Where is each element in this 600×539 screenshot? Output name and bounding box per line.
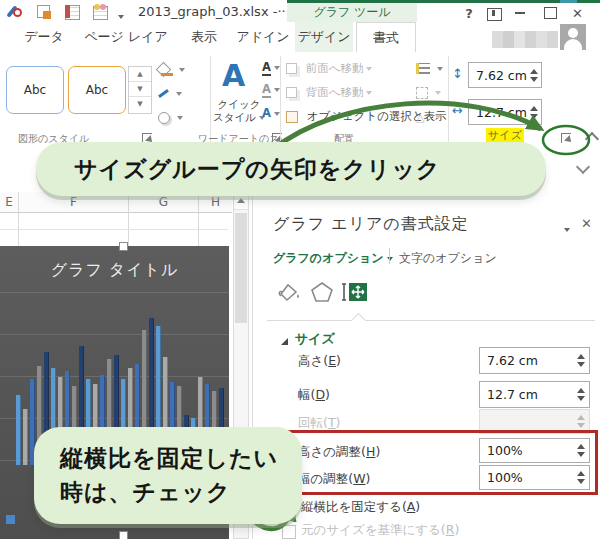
shape-fill-button[interactable] bbox=[158, 62, 185, 76]
pane-height-up-icon[interactable] bbox=[577, 354, 585, 359]
callout-size-launcher: サイズグループの矢印をクリック bbox=[36, 142, 546, 196]
collapse-ribbon-icon[interactable] bbox=[585, 132, 599, 146]
shape-height-spinner[interactable]: 7.62 cm bbox=[468, 62, 542, 88]
shape-width-icon: ↔ bbox=[452, 103, 463, 118]
shape-outline-button[interactable] bbox=[158, 86, 182, 100]
shape-width-spinner[interactable]: 12.7 cm bbox=[468, 99, 542, 125]
pane-tab-chart-options[interactable]: グラフのオプション bbox=[273, 250, 393, 267]
width-up-icon[interactable] bbox=[530, 106, 538, 111]
tab-addins[interactable]: アドイン bbox=[234, 22, 292, 52]
pane-width-spinner[interactable]: 12.7 cm bbox=[479, 381, 590, 408]
shape-height-icon: ↕ bbox=[452, 66, 463, 81]
shape-style-preset-2[interactable]: Abc bbox=[68, 66, 126, 114]
formula-bar-expand-icon[interactable] bbox=[576, 160, 590, 174]
tab-page-layout[interactable]: ページ レイアウト bbox=[78, 22, 174, 52]
group-button[interactable] bbox=[416, 85, 441, 99]
quick-styles-big-a[interactable]: A bbox=[222, 58, 245, 93]
pane-close-icon[interactable]: ✕ bbox=[581, 216, 592, 231]
bring-forward-icon bbox=[286, 63, 297, 74]
size-properties-icon-selected[interactable] bbox=[341, 280, 369, 307]
ink-pen-disabled-icon[interactable] bbox=[8, 4, 26, 20]
gallery-up-icon[interactable]: ▲ bbox=[129, 67, 151, 82]
lock-aspect-ratio-label[interactable]: 縦横比を固定する(A) bbox=[301, 499, 420, 516]
context-tab-group-header: グラフ ツール bbox=[287, 3, 417, 22]
user-name-redacted bbox=[492, 31, 558, 48]
user-avatar[interactable] bbox=[560, 24, 586, 50]
shape-effects-icon bbox=[158, 112, 170, 124]
table-dots-icon[interactable] bbox=[92, 4, 110, 20]
send-backward-icon bbox=[286, 87, 297, 98]
titlebar-accent-teal bbox=[560, 0, 577, 3]
annotation-red-box bbox=[280, 430, 598, 495]
height-up-icon[interactable] bbox=[530, 69, 538, 74]
callout-lock-aspect: 縦横比を固定したい 時は、チェック bbox=[34, 427, 302, 524]
shape-effects-button[interactable] bbox=[158, 110, 183, 124]
tab-view[interactable]: 表示 bbox=[182, 22, 226, 52]
tab-data[interactable]: データ bbox=[20, 22, 68, 52]
column-header-e[interactable]: E bbox=[0, 192, 18, 213]
tab-design[interactable]: デザイン bbox=[295, 22, 353, 52]
send-backward-button[interactable]: 背面へ移動 bbox=[286, 85, 372, 100]
pane-tab-text-options[interactable]: 文字のオプション bbox=[399, 250, 497, 267]
text-effects-button[interactable]: A bbox=[262, 106, 280, 120]
bring-forward-button[interactable]: 前面へ移動 bbox=[286, 61, 372, 76]
callout-lock-aspect-line1: 縦横比を固定したい bbox=[60, 441, 302, 475]
copy-sheet-icon[interactable] bbox=[36, 4, 54, 20]
chart-selection-handle-bottom[interactable] bbox=[119, 531, 128, 539]
height-down-icon[interactable] bbox=[530, 77, 538, 82]
callout-lock-aspect-line2: 時は、チェック bbox=[60, 475, 302, 509]
pane-options-icon[interactable] bbox=[561, 222, 570, 236]
pane-height-spinner[interactable]: 7.62 cm bbox=[479, 347, 590, 374]
excel-window: 2013_graph_03.xlsx -··· グラフ ツール ? ✕ データ … bbox=[0, 0, 600, 539]
pane-width-up-icon[interactable] bbox=[577, 388, 585, 393]
relative-to-original-checkbox bbox=[282, 525, 296, 539]
align-icon bbox=[416, 63, 430, 74]
group-icon bbox=[416, 87, 428, 99]
selection-pane-icon bbox=[286, 111, 298, 123]
minimize-button[interactable] bbox=[515, 12, 525, 14]
close-window-button[interactable]: ✕ bbox=[572, 6, 583, 21]
restore-button[interactable] bbox=[544, 7, 557, 19]
ribbon: Abc Abc ▲ ▼ ▼ 図形のスタイル A クイック スタイル A bbox=[0, 52, 600, 149]
size-section-label[interactable]: サイズ bbox=[295, 330, 335, 348]
scroll-up-icon bbox=[237, 198, 245, 203]
chart-selection-handle-top[interactable] bbox=[119, 242, 128, 251]
shape-style-preset-1[interactable]: Abc bbox=[6, 66, 64, 114]
quick-styles-button[interactable]: クイック スタイル bbox=[212, 98, 266, 124]
scrollbar-thumb[interactable] bbox=[235, 213, 247, 323]
effects-icon[interactable] bbox=[309, 280, 335, 307]
help-button[interactable]: ? bbox=[462, 6, 476, 21]
gallery-more-icon[interactable]: ▼ bbox=[129, 97, 151, 111]
tab-format-active[interactable]: 書式 bbox=[356, 22, 416, 53]
text-outline-button[interactable]: A bbox=[262, 82, 280, 96]
gallery-down-icon[interactable]: ▼ bbox=[129, 82, 151, 97]
window-title: 2013_graph_03.xlsx -··· bbox=[138, 4, 290, 19]
size-section-collapse-icon[interactable] bbox=[281, 338, 288, 345]
align-button[interactable] bbox=[416, 61, 443, 75]
fill-line-icon[interactable] bbox=[275, 280, 301, 307]
table-red-icon[interactable] bbox=[64, 4, 82, 20]
rotate-button[interactable]: △ bbox=[416, 109, 441, 123]
style-gallery-scroll[interactable]: ▲ ▼ ▼ bbox=[128, 66, 152, 114]
pane-width-down-icon[interactable] bbox=[577, 396, 585, 401]
chart-title[interactable]: グラフ タイトル bbox=[0, 260, 229, 281]
height-label: 高さ(E) bbox=[298, 353, 341, 370]
rotate-icon: △ bbox=[416, 111, 428, 123]
shape-outline-icon bbox=[158, 89, 169, 98]
pane-height-down-icon[interactable] bbox=[577, 362, 585, 367]
size-dialog-launcher[interactable] bbox=[561, 133, 571, 143]
width-down-icon[interactable] bbox=[530, 114, 538, 119]
text-fill-button[interactable]: A bbox=[262, 60, 280, 74]
pane-title: グラフ エリアの書式設定 bbox=[273, 214, 469, 235]
relative-to-original-label: 元のサイズを基準にする(R) bbox=[301, 522, 459, 539]
width-label: 幅(D) bbox=[298, 387, 330, 404]
chart-legend-fragment bbox=[6, 515, 15, 524]
